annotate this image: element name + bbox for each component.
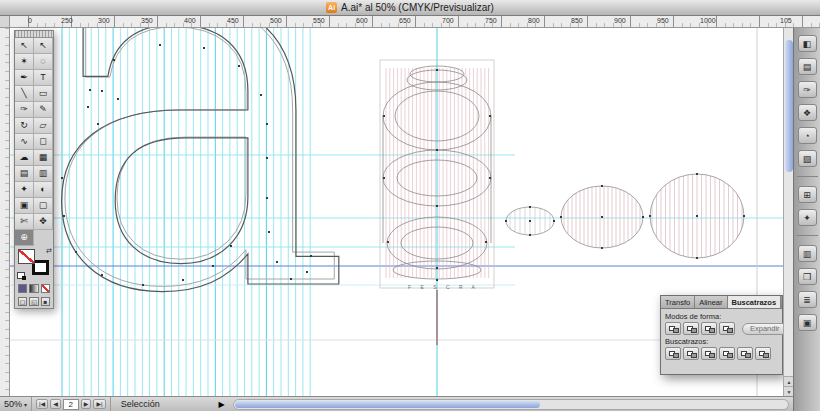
intersect-button[interactable] (701, 322, 717, 335)
horizontal-ruler[interactable]: 0250300350400450500550600650700750800850… (0, 16, 820, 28)
zoom-tool-icon: ⊕ (20, 233, 28, 242)
dock-icon-4[interactable]: ❖ (798, 104, 817, 121)
trim-button[interactable] (683, 347, 699, 360)
dock-icon-3[interactable]: ✑ (798, 81, 817, 98)
vertical-scrollbar[interactable]: ▲ ▼ (783, 28, 793, 396)
direct-selection-tool[interactable]: ↖ (34, 38, 53, 54)
full-screen-mode-button[interactable]: ■ (41, 297, 50, 306)
eyedropper-tool-icon: ✦ (20, 185, 28, 194)
pencil-tool-icon: ✎ (39, 105, 47, 114)
last-page-button[interactable]: ▶| (93, 399, 105, 409)
scissors-tool[interactable]: ✄ (15, 214, 34, 230)
warp-tool[interactable]: ∿ (15, 134, 34, 150)
dock-icon-10[interactable]: ❒ (798, 268, 817, 285)
none-button[interactable] (41, 284, 50, 293)
zoom-level-control[interactable]: 50% ▾ (0, 397, 32, 411)
selection-tool-icon: ↖ (20, 41, 28, 50)
status-field[interactable]: Selección ▶ (111, 397, 229, 411)
tab-alinear[interactable]: Alinear (695, 296, 727, 308)
pathfinder-buttons (665, 347, 771, 360)
panel-tab-bar: Transfo Alinear Buscatrazos (661, 296, 782, 309)
first-page-button[interactable]: |◀ (36, 399, 48, 409)
scale-tool-icon: ▱ (40, 121, 47, 130)
ruler-tick-label: 600 (356, 17, 368, 24)
dock-icon-7[interactable]: ⊞ (798, 186, 817, 203)
selection-tool[interactable]: ↖ (15, 38, 34, 54)
pencil-tool[interactable]: ✎ (34, 102, 53, 118)
live-paint-bucket-tool-icon: ▣ (20, 201, 29, 210)
live-paint-bucket-tool[interactable]: ▣ (15, 198, 34, 214)
eyedropper-tool[interactable]: ✦ (15, 182, 34, 198)
lasso-tool[interactable]: ◌ (34, 54, 53, 70)
swap-fill-stroke-icon[interactable]: ⇄ (46, 247, 52, 255)
default-fill-stroke-icon[interactable] (17, 272, 25, 279)
ruler-tick-label: 0 (28, 17, 32, 24)
dock-icon-5[interactable]: ◔ (798, 127, 817, 144)
tab-buscatrazos[interactable]: Buscatrazos (728, 296, 782, 308)
ruler-corner-box[interactable] (0, 16, 10, 28)
zoom-tool[interactable]: ⊕ (15, 230, 34, 246)
paintbrush-tool-icon: ✑ (20, 105, 28, 114)
dock-icon-9[interactable]: ▥ (798, 245, 817, 262)
prev-page-button[interactable]: ◀ (50, 399, 61, 409)
expand-button[interactable]: Expandir (742, 323, 788, 335)
free-transform-tool[interactable]: ◻ (34, 134, 53, 150)
tools-palette: ↖↖✶◌✒T╲▭✑✎↻▱∿◻☁▦▤▥✦◐▣▢✄✥⊕ ⇄ ▢◱■ (14, 30, 54, 309)
standard-screen-mode-button[interactable]: ▢ (18, 297, 27, 306)
line-tool[interactable]: ╲ (15, 86, 34, 102)
exclude-button[interactable] (719, 322, 735, 335)
type-tool[interactable]: T (34, 70, 53, 86)
fill-swatch[interactable] (18, 249, 35, 264)
ruler-tick-label: 900 (614, 17, 626, 24)
full-screen-menu-mode-button[interactable]: ◱ (29, 297, 38, 306)
shape-mode-buttons (665, 322, 735, 335)
blend-tool[interactable]: ◐ (34, 182, 53, 198)
minus-front-button[interactable] (683, 322, 699, 335)
dock-icon-12[interactable]: ▣ (798, 314, 817, 331)
svg-text:a: a (35, 28, 354, 396)
vertical-ruler[interactable] (0, 28, 10, 396)
horizontal-scrollbar-thumb[interactable] (235, 401, 540, 408)
dock-icon-1[interactable]: ◧ (798, 35, 817, 52)
scissors-tool-icon: ✄ (20, 217, 28, 226)
unite-button[interactable] (665, 322, 681, 335)
divide-button[interactable] (665, 347, 681, 360)
horizontal-scrollbar[interactable] (233, 399, 789, 410)
crop-button[interactable] (719, 347, 735, 360)
lasso-tool-icon: ◌ (40, 57, 45, 66)
hand-tool[interactable]: ✥ (34, 214, 53, 230)
graph-tool[interactable]: ▦ (34, 150, 53, 166)
rectangle-tool[interactable]: ▭ (34, 86, 53, 102)
line-tool-icon: ╲ (21, 89, 26, 98)
dock-icon-11[interactable]: ≣ (798, 291, 817, 308)
symbol-sprayer-tool[interactable]: ☁ (15, 150, 34, 166)
window-title-bar[interactable]: Ai A.ai* al 50% (CMYK/Previsualizar) (0, 0, 820, 16)
pen-tool[interactable]: ✒ (15, 70, 34, 86)
magic-wand-tool[interactable]: ✶ (15, 54, 34, 70)
dock-icon-8[interactable]: ✦ (798, 209, 817, 226)
paintbrush-tool[interactable]: ✑ (15, 102, 34, 118)
rotate-tool[interactable]: ↻ (15, 118, 34, 134)
merge-button[interactable] (701, 347, 717, 360)
chevron-down-icon: ▾ (24, 401, 27, 408)
ruler-tick-label: 500 (270, 17, 282, 24)
dock-separator (797, 235, 818, 236)
vertical-scrollbar-thumb[interactable] (785, 40, 793, 172)
pen-tool-icon: ✒ (20, 73, 28, 82)
next-page-button[interactable]: ▶ (81, 399, 92, 409)
page-number-field[interactable]: 2 (63, 399, 79, 410)
dock-icon-6[interactable]: ▧ (798, 150, 817, 167)
outline-button[interactable] (737, 347, 753, 360)
dock-icon-2[interactable]: ▤ (798, 58, 817, 75)
palette-drag-handle[interactable] (15, 31, 53, 38)
tool-grid: ↖↖✶◌✒T╲▭✑✎↻▱∿◻☁▦▤▥✦◐▣▢✄✥⊕ (15, 38, 53, 246)
scale-tool[interactable]: ▱ (34, 118, 53, 134)
pathfinders-label: Buscatrazos: (665, 337, 778, 346)
live-paint-selection-tool[interactable]: ▢ (34, 198, 53, 214)
minus-back-button[interactable] (755, 347, 771, 360)
color-button[interactable] (18, 284, 27, 293)
mesh-tool[interactable]: ▤ (15, 166, 34, 182)
gradient-tool[interactable]: ▥ (34, 166, 53, 182)
tab-transformar[interactable]: Transfo (661, 296, 695, 308)
gradient-button[interactable] (29, 284, 38, 293)
